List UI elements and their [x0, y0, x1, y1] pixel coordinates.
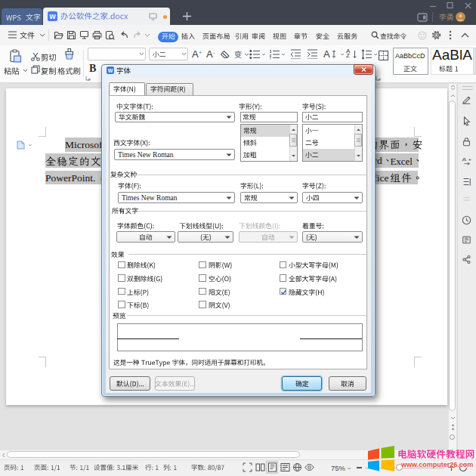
svg-text:W: W	[107, 68, 113, 73]
svg-text:W: W	[49, 13, 56, 20]
